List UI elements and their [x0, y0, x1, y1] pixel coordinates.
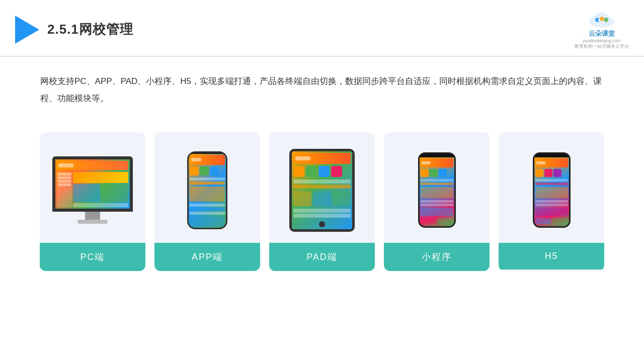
- card-pad-label: PAD端: [269, 243, 375, 271]
- page-title: 2.5.1网校管理: [47, 21, 133, 38]
- header: 2.5.1网校管理 云朵课堂 yunduoketang.com 教育机构一站式服…: [0, 0, 644, 57]
- tablet-home-button: [319, 221, 325, 227]
- cloud-logo-icon: [584, 9, 619, 29]
- description-text: 网校支持PC、APP、PAD、小程序、H5，实现多端打通，产品各终端自由切换，数…: [0, 57, 644, 117]
- brand-url: yunduoketang.com: [583, 38, 621, 43]
- monitor-base: [77, 220, 108, 224]
- card-miniprogram-label: 小程序: [384, 243, 490, 271]
- card-h5-image: [499, 132, 604, 243]
- card-miniprogram: 小程序: [384, 132, 490, 271]
- card-pad: PAD端: [269, 132, 375, 271]
- card-pc-image: [40, 132, 145, 243]
- brand-logo: 云朵课堂 yunduoketang.com 教育机构一站式服务云平台: [575, 9, 629, 50]
- card-app-image: [154, 132, 260, 243]
- card-app: APP端: [154, 132, 260, 271]
- phone-h5-icon: [533, 152, 571, 228]
- card-pc-label: PC端: [40, 243, 145, 271]
- tablet-pad-icon: [289, 149, 355, 232]
- card-app-label: APP端: [154, 243, 260, 271]
- phone-miniprogram-icon: [418, 152, 456, 228]
- svg-point-6: [604, 18, 608, 22]
- brand-name: 云朵课堂: [589, 29, 615, 38]
- svg-point-5: [600, 17, 604, 21]
- header-right: 云朵课堂 yunduoketang.com 教育机构一站式服务云平台: [575, 9, 629, 50]
- header-left: 2.5.1网校管理: [15, 16, 133, 44]
- monitor-stand: [85, 212, 100, 220]
- brand-slogan: 教育机构一站式服务云平台: [575, 43, 629, 50]
- card-miniprogram-image: [384, 132, 490, 243]
- platform-cards: PC端: [0, 122, 644, 286]
- card-h5-label: H5: [499, 243, 604, 269]
- phone-app-icon: [187, 151, 227, 229]
- pc-monitor-icon: [52, 156, 133, 224]
- card-h5: H5: [499, 132, 604, 271]
- logo-triangle-icon: [15, 16, 39, 44]
- card-pad-image: [269, 132, 375, 243]
- card-pc: PC端: [40, 132, 145, 271]
